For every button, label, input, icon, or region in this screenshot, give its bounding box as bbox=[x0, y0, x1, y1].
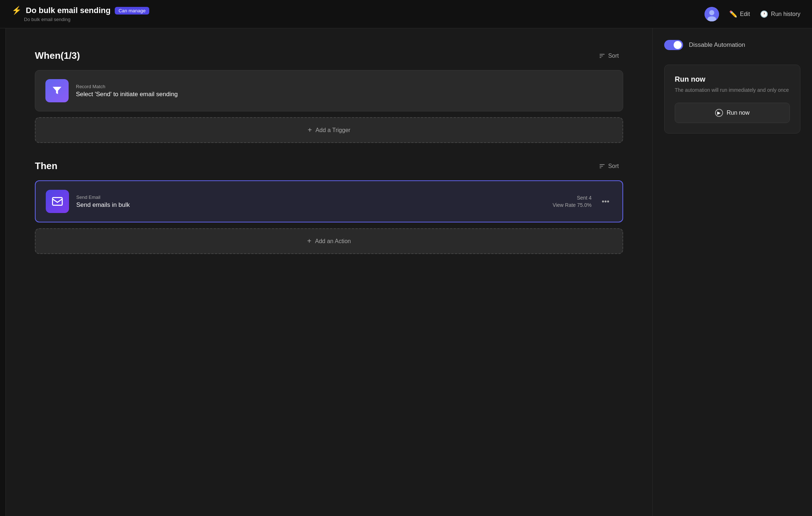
right-panel: Dissable Automation Run now The automati… bbox=[652, 28, 812, 516]
action-card-label: Send Email bbox=[76, 194, 545, 200]
run-now-button-label: Run now bbox=[727, 110, 750, 116]
then-sort-icon bbox=[599, 163, 605, 169]
trigger-card[interactable]: Record Match Select 'Send' to initiate e… bbox=[35, 70, 623, 111]
run-now-button[interactable]: ▶ Run now bbox=[675, 103, 790, 123]
sidebar-stub bbox=[0, 28, 6, 516]
history-icon: 🕐 bbox=[760, 10, 768, 18]
sent-count: Sent 4 bbox=[553, 195, 592, 201]
then-section-header: Then Sort bbox=[35, 160, 623, 172]
run-now-section: Run now The automation will run immediat… bbox=[664, 65, 800, 134]
edit-button[interactable]: ✏️ Edit bbox=[729, 10, 750, 18]
run-now-description: The automation will run immediately and … bbox=[675, 86, 790, 94]
then-section-title: Then bbox=[35, 160, 57, 172]
filter-icon bbox=[51, 85, 63, 97]
run-history-label: Run history bbox=[771, 11, 800, 17]
email-icon bbox=[52, 196, 63, 207]
then-sort-button[interactable]: Sort bbox=[594, 161, 623, 172]
action-card-icon bbox=[46, 190, 69, 213]
then-sort-label: Sort bbox=[608, 163, 619, 169]
top-bar-right: ✏️ Edit 🕐 Run history bbox=[705, 7, 801, 21]
add-trigger-button[interactable]: + Add a Trigger bbox=[35, 117, 623, 143]
trigger-card-content: Record Match Select 'Send' to initiate e… bbox=[76, 84, 613, 98]
main-layout: When(1/3) Sort Re bbox=[0, 28, 812, 516]
when-section: When(1/3) Sort Re bbox=[35, 50, 623, 143]
top-bar: ⚡ Do bulk email sending Can manage Do bu… bbox=[0, 0, 812, 28]
run-icon: ▶ bbox=[715, 109, 723, 117]
then-section: Then Sort bbox=[35, 160, 623, 254]
toggle-label: Dissable Automation bbox=[689, 41, 745, 49]
action-card[interactable]: Send Email Send emails in bulk Sent 4 Vi… bbox=[35, 180, 623, 222]
add-trigger-label: Add a Trigger bbox=[316, 127, 350, 134]
page-subtitle: Do bulk email sending bbox=[12, 17, 149, 22]
when-section-header: When(1/3) Sort bbox=[35, 50, 623, 61]
action-card-more-button[interactable]: ••• bbox=[599, 196, 612, 207]
top-bar-left: ⚡ Do bulk email sending Can manage Do bu… bbox=[12, 6, 149, 22]
when-section-title: When(1/3) bbox=[35, 50, 80, 61]
add-action-button[interactable]: + Add an Action bbox=[35, 228, 623, 254]
lightning-icon: ⚡ bbox=[12, 6, 21, 15]
add-action-plus-icon: + bbox=[307, 237, 312, 245]
svg-point-1 bbox=[709, 10, 714, 15]
trigger-card-text: Select 'Send' to initiate email sending bbox=[76, 91, 613, 98]
view-rate: View Rate 75.0% bbox=[553, 202, 592, 208]
run-history-button[interactable]: 🕐 Run history bbox=[760, 10, 800, 18]
action-card-content: Send Email Send emails in bulk bbox=[76, 194, 545, 209]
toggle-slider bbox=[664, 40, 683, 50]
action-card-stats: Sent 4 View Rate 75.0% bbox=[553, 195, 592, 208]
when-sort-label: Sort bbox=[608, 53, 619, 59]
avatar[interactable] bbox=[705, 7, 719, 21]
add-action-label: Add an Action bbox=[315, 238, 351, 245]
more-dots-icon: ••• bbox=[602, 197, 609, 206]
content-area: When(1/3) Sort Re bbox=[6, 28, 652, 516]
automation-toggle[interactable] bbox=[664, 40, 683, 50]
edit-label: Edit bbox=[740, 11, 750, 17]
svg-rect-9 bbox=[53, 197, 62, 205]
trigger-card-label: Record Match bbox=[76, 84, 613, 89]
title-row: ⚡ Do bulk email sending Can manage bbox=[12, 6, 149, 15]
run-now-title: Run now bbox=[675, 75, 790, 83]
trigger-card-icon bbox=[45, 79, 69, 102]
add-trigger-plus-icon: + bbox=[308, 126, 312, 134]
page-title: Do bulk email sending bbox=[26, 6, 110, 15]
can-manage-badge: Can manage bbox=[115, 7, 149, 15]
when-sort-button[interactable]: Sort bbox=[594, 50, 623, 61]
edit-icon: ✏️ bbox=[729, 10, 737, 18]
sort-icon bbox=[599, 53, 605, 59]
toggle-row: Dissable Automation bbox=[664, 40, 800, 50]
action-card-text: Send emails in bulk bbox=[76, 201, 545, 209]
